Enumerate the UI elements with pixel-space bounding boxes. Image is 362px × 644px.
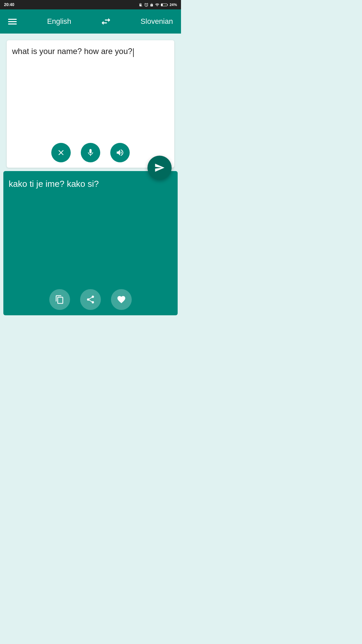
hamburger-icon	[8, 21, 17, 22]
mute-icon	[138, 3, 143, 7]
input-card: what is your name? how are you?	[7, 40, 174, 168]
source-language[interactable]: English	[47, 17, 71, 26]
input-controls	[12, 143, 169, 162]
battery-percent: 24%	[170, 3, 177, 7]
status-time: 20:40	[4, 2, 14, 7]
copy-icon	[55, 295, 64, 304]
battery-icon	[161, 3, 168, 7]
svg-rect-1	[167, 4, 168, 5]
clear-button[interactable]	[51, 143, 71, 162]
translate-button[interactable]	[147, 156, 172, 180]
status-icons: 24%	[138, 3, 177, 7]
x-icon	[57, 148, 65, 157]
output-card: kako ti je ime? kako si?	[3, 171, 178, 315]
swap-icon	[100, 16, 112, 27]
signal-icon	[155, 3, 160, 7]
share-icon	[86, 295, 95, 304]
output-text: kako ti je ime? kako si?	[9, 179, 99, 189]
copy-button[interactable]	[49, 289, 70, 310]
text-cursor	[133, 48, 134, 57]
speaker-icon	[116, 148, 124, 157]
heart-icon	[117, 295, 126, 304]
hamburger-icon	[8, 19, 17, 20]
lock-icon	[150, 3, 154, 7]
output-controls	[9, 289, 172, 310]
header: English Slovenian	[0, 9, 181, 34]
target-language[interactable]: Slovenian	[140, 17, 173, 26]
hamburger-icon	[8, 23, 17, 24]
favorite-button[interactable]	[111, 289, 132, 310]
svg-rect-2	[161, 4, 163, 6]
main-content: what is your name? how are you?	[0, 34, 181, 322]
speaker-button[interactable]	[110, 143, 130, 162]
status-bar: 20:40 24%	[0, 0, 181, 9]
mic-icon	[86, 148, 95, 157]
input-text: what is your name? how are you?	[12, 47, 132, 56]
menu-button[interactable]	[8, 19, 18, 24]
swap-languages-button[interactable]	[100, 16, 112, 27]
microphone-button[interactable]	[81, 143, 100, 162]
alarm-icon	[144, 3, 148, 7]
share-button[interactable]	[80, 289, 101, 310]
send-icon	[154, 162, 165, 173]
